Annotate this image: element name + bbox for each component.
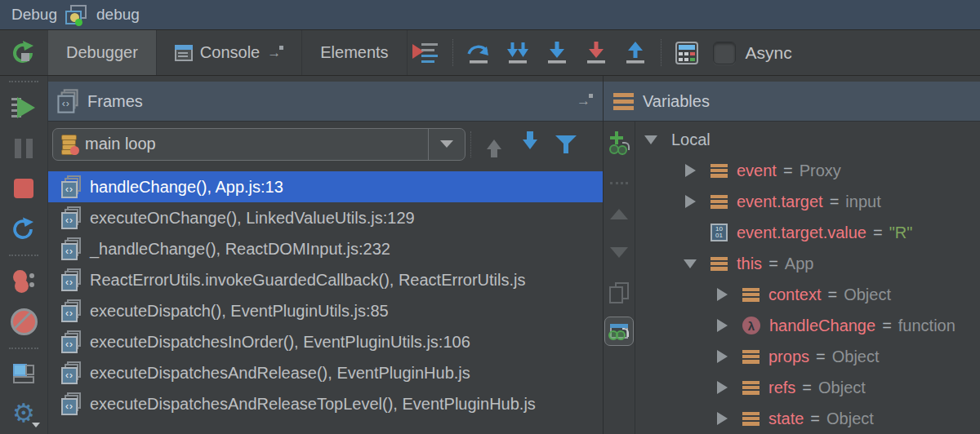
tab-console[interactable]: Console → — [156, 30, 301, 75]
view-breakpoints-button[interactable] — [7, 265, 40, 298]
chevron-down-icon[interactable] — [683, 259, 697, 268]
variables-icon — [613, 93, 634, 110]
hide-panel-icon[interactable]: → — [577, 94, 593, 108]
frame-row[interactable]: ‹› handleChange(), App.js:13 — [48, 171, 603, 202]
thread-icon — [60, 134, 78, 155]
move-to-window-icon: → — [267, 46, 283, 60]
variable-row[interactable]: Local — [635, 124, 980, 155]
frame-row[interactable]: ‹› executeDispatch(), EventPluginUtils.j… — [48, 295, 603, 326]
toolbar-separator — [9, 81, 38, 82]
variable-row[interactable]: event = Proxy — [635, 155, 980, 186]
variable-value: "R" — [889, 224, 913, 242]
move-watch-down-button[interactable] — [610, 219, 628, 258]
stop-icon — [14, 179, 33, 198]
next-frame-button[interactable] — [516, 131, 544, 158]
frame-row[interactable]: ‹› executeOnChange(), LinkedValueUtils.j… — [48, 202, 603, 233]
variable-row[interactable]: props = Object — [635, 341, 980, 372]
function-icon — [742, 317, 760, 334]
triangle-up-icon — [610, 209, 628, 219]
variable-value: Object — [844, 286, 891, 304]
object-icon — [742, 288, 760, 302]
object-icon — [742, 381, 760, 395]
equals-sign: = — [768, 255, 778, 273]
rerun-icon — [11, 40, 37, 66]
object-icon — [710, 257, 728, 271]
rerun-program-button[interactable] — [7, 213, 40, 246]
thread-selector-dropdown-button[interactable] — [429, 140, 465, 148]
frame-label: ReactErrorUtils.invokeGuardedCallback(),… — [90, 271, 526, 290]
tool-window-tab-debug[interactable]: Debug — [11, 6, 57, 24]
stack-frame-icon: ‹› — [61, 299, 82, 322]
async-checkbox-label: Async — [746, 43, 792, 63]
rerun-button[interactable] — [0, 30, 47, 75]
variables-panel: Variables — [604, 76, 980, 434]
toolbar-separator — [9, 348, 38, 349]
variable-row[interactable]: this = App — [635, 248, 980, 279]
tab-elements[interactable]: Elements — [301, 30, 407, 75]
watches-in-variables-icon — [610, 324, 628, 339]
frames-panel-title: Frames — [87, 92, 143, 111]
force-step-into-button[interactable] — [577, 30, 616, 75]
chevron-right-icon[interactable] — [683, 195, 697, 208]
step-over-button[interactable] — [459, 30, 498, 75]
step-into-button[interactable] — [537, 30, 577, 75]
variable-value: Object — [818, 379, 866, 397]
variable-row[interactable]: event.target = input — [635, 186, 980, 217]
chevron-right-icon[interactable] — [715, 288, 729, 301]
add-watch-button[interactable] — [608, 131, 630, 154]
equals-sign: = — [802, 379, 812, 397]
chevron-right-icon[interactable] — [715, 350, 729, 363]
equals-sign: = — [827, 286, 837, 304]
toolbar-separator — [9, 255, 38, 256]
tool-window-titlebar: Debug debug — [0, 0, 980, 30]
chevron-down-icon[interactable] — [644, 135, 658, 144]
chevron-right-icon[interactable] — [715, 381, 729, 394]
debugger-toolbar: Debugger Console → Elements — [0, 30, 980, 76]
object-icon — [742, 350, 760, 364]
equals-sign: = — [816, 348, 826, 366]
filter-frames-button[interactable] — [552, 131, 580, 158]
frame-row[interactable]: ‹› executeDispatchesAndReleaseTopLevel()… — [48, 388, 603, 419]
step-into-icon — [545, 42, 569, 64]
arrow-up-icon — [487, 140, 501, 149]
mute-breakpoints-button[interactable] — [7, 306, 40, 339]
step-out-button[interactable] — [616, 30, 655, 75]
variable-row[interactable]: event.target.value = "R" — [635, 217, 980, 248]
move-watch-up-button[interactable] — [610, 184, 628, 219]
show-execution-point-button[interactable] — [408, 30, 447, 75]
resume-button[interactable] — [7, 91, 40, 124]
resume-icon — [11, 97, 36, 118]
frame-label: executeOnChange(), LinkedValueUtils.js:1… — [90, 209, 415, 228]
smart-step-into-button[interactable] — [498, 30, 537, 75]
object-icon — [742, 412, 760, 426]
tab-debugger-label: Debugger — [66, 43, 138, 62]
frame-row[interactable]: ‹› _handleChange(), ReactDOMInput.js:232 — [48, 233, 603, 264]
restore-layout-button[interactable] — [7, 358, 40, 391]
frame-row[interactable]: ‹› executeDispatchesAndRelease(), EventP… — [48, 357, 603, 388]
variable-row[interactable]: state = Object — [635, 403, 980, 434]
thread-selector[interactable]: main loop — [52, 128, 466, 161]
frame-row[interactable]: ‹› ReactErrorUtils.invokeGuardedCallback… — [48, 264, 603, 295]
variable-name: state — [768, 410, 804, 428]
frames-panel: ‹› Frames → main loop — [48, 76, 604, 434]
variable-row[interactable]: handleChange = function — [635, 310, 980, 341]
variable-row[interactable]: refs = Object — [635, 372, 980, 403]
chevron-right-icon[interactable] — [715, 412, 729, 425]
add-watch-icon — [608, 131, 630, 154]
chevron-right-icon[interactable] — [683, 164, 697, 177]
stop-button[interactable] — [7, 173, 40, 206]
frame-label: executeDispatchesAndReleaseTopLevel(), E… — [90, 395, 536, 414]
pause-button[interactable] — [7, 132, 40, 165]
copy-watch-button[interactable] — [609, 258, 629, 303]
async-checkbox[interactable] — [713, 42, 736, 64]
show-watches-toggle-button[interactable] — [604, 317, 634, 346]
variable-value: Object — [832, 348, 880, 366]
chevron-right-icon[interactable] — [715, 319, 729, 332]
evaluate-expression-button[interactable] — [667, 30, 706, 75]
frame-row[interactable]: ‹› executeDispatchesInOrder(), EventPlug… — [48, 326, 603, 357]
variable-value: input — [845, 193, 880, 211]
variable-row[interactable]: context = Object — [635, 279, 980, 310]
previous-frame-button[interactable] — [480, 131, 508, 158]
tab-debugger[interactable]: Debugger — [47, 30, 156, 75]
settings-button[interactable]: ⚙ — [7, 398, 40, 431]
